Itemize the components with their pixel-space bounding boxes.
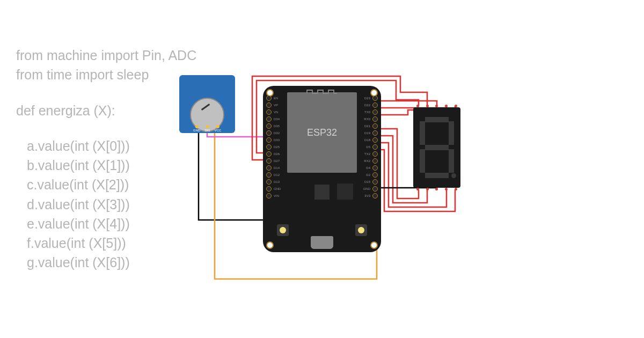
code-line: f.value(int (X[5])) xyxy=(27,233,196,253)
code-line: e.value(int (X[4])) xyxy=(27,214,196,233)
code-line: b.value(int (X[1])) xyxy=(27,156,196,175)
voltage-regulator-icon xyxy=(314,185,330,200)
code-body: a.value(int (X[0])) b.value(int (X[1])) … xyxy=(16,136,196,273)
esp32-shield: ESP32 xyxy=(287,92,357,173)
code-line: from time import sleep xyxy=(16,65,196,84)
pin-gnd: GND xyxy=(193,125,200,132)
pin-row-left xyxy=(266,95,272,199)
seven-segment-display[interactable] xyxy=(413,107,460,188)
seg-pins-bottom xyxy=(413,188,460,190)
segment-d xyxy=(425,173,449,178)
potentiometer-pins: GND SIG VCC xyxy=(193,125,221,132)
pin-row-right xyxy=(372,95,378,199)
potentiometer-module[interactable]: GND SIG VCC xyxy=(179,75,235,133)
segment-g xyxy=(425,145,449,150)
esp32-label: ESP32 xyxy=(307,127,337,138)
pin-labels-left: ENVPVND34D35D32D33D25D26D27D14D12D13GNDV… xyxy=(274,95,281,199)
segment-e xyxy=(420,149,425,173)
code-line: a.value(int (X[0])) xyxy=(27,136,196,156)
mount-hole xyxy=(370,241,378,249)
code-line: d.value(int (X[3])) xyxy=(27,195,196,214)
segment-a xyxy=(425,117,449,122)
boot-button[interactable] xyxy=(277,224,289,236)
micro-usb-icon xyxy=(311,236,333,249)
code-block: from machine import Pin, ADC from time i… xyxy=(16,46,196,273)
code-line: g.value(int (X[6])) xyxy=(27,253,196,272)
code-line: c.value(int (X[2])) xyxy=(27,175,196,194)
segment-c xyxy=(449,149,454,173)
enable-button[interactable] xyxy=(355,224,367,236)
esp32-board[interactable]: ESP32 ENVPVND34D35D32D33D25D26D27D14D12D… xyxy=(263,86,381,252)
pin-vcc: VCC xyxy=(215,125,222,132)
antenna-icon xyxy=(306,89,338,94)
segment-dp xyxy=(451,173,456,178)
segment-digit xyxy=(420,117,454,178)
seg-pins-top xyxy=(413,105,460,107)
segment-f xyxy=(420,121,425,145)
pin-sig: SIG xyxy=(204,125,210,132)
segment-b xyxy=(449,121,454,145)
pin-labels-right: D23D22TX0RX0D21D19D18D5TX2RX2D4D2D15GND3… xyxy=(363,95,370,199)
mount-hole xyxy=(266,241,274,249)
code-line: def energiza (X): xyxy=(16,101,196,120)
code-line: from machine import Pin, ADC xyxy=(16,46,196,65)
small-chip-icon xyxy=(337,183,353,200)
